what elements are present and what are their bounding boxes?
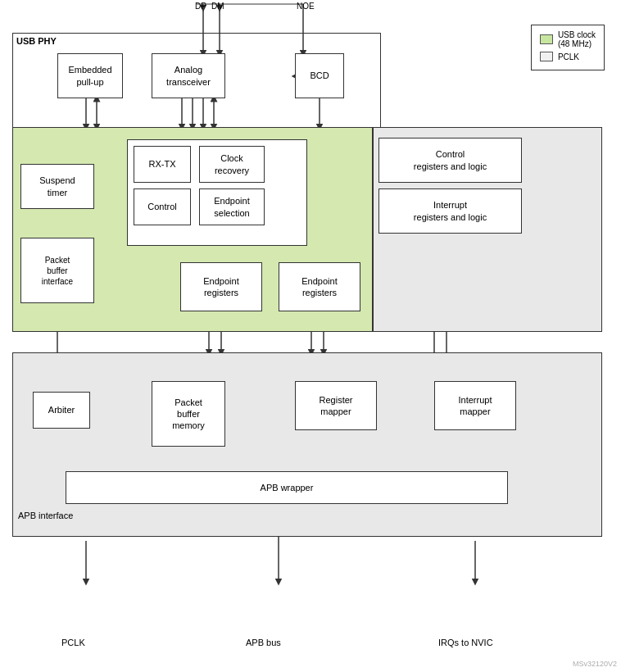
packet-buffer-memory-block: Packet buffer memory: [152, 381, 225, 447]
endpoint-registers-right-block: Endpoint registers: [279, 262, 360, 311]
irqs-bottom-label: IRQs to NVIC: [438, 638, 493, 647]
legend-pclk-label: PCLK: [558, 52, 579, 61]
analog-transceiver-block: Analog transceiver: [152, 53, 225, 98]
apb-interface-area: [12, 352, 602, 537]
dm-signal-label: DM: [211, 2, 224, 11]
legend-pclk-box: [540, 52, 553, 61]
noe-signal-label: NOE: [297, 2, 315, 11]
legend-usb-clock-label: USB clock (48 MHz): [558, 30, 596, 48]
interrupt-registers-block: Interrupt registers and logic: [378, 188, 522, 234]
legend-usb-clock: USB clock (48 MHz): [540, 30, 596, 48]
clock-recovery-block: Clock recovery: [199, 146, 265, 183]
legend: USB clock (48 MHz) PCLK: [531, 25, 605, 70]
control-sie-block: Control: [134, 188, 191, 225]
control-registers-block: Control registers and logic: [378, 138, 522, 183]
interrupt-mapper-block: Interrupt mapper: [434, 381, 516, 430]
dp-signal-label: DP: [195, 2, 206, 11]
bcd-block: BCD: [295, 53, 344, 98]
arbiter-block: Arbiter: [33, 392, 90, 429]
packet-buffer-interface-block: Packet buffer interface: [20, 238, 94, 303]
diagram-container: USB clock (48 MHz) PCLK DP DM NOE USB PH…: [0, 0, 621, 672]
suspend-timer-block: Suspend timer: [20, 164, 94, 209]
legend-pclk: PCLK: [540, 52, 596, 61]
watermark: MSv32120V2: [573, 660, 617, 668]
usb-phy-label: USB PHY: [16, 36, 57, 46]
apb-interface-label: APB interface: [18, 511, 73, 520]
embedded-pullup-block: Embedded pull-up: [57, 53, 123, 98]
endpoint-registers-left-block: Endpoint registers: [180, 262, 262, 311]
endpoint-selection-block: Endpoint selection: [199, 188, 265, 225]
legend-usb-clock-box: [540, 34, 553, 44]
apb-bus-bottom-label: APB bus: [246, 638, 281, 647]
pclk-bottom-label: PCLK: [61, 638, 85, 647]
register-mapper-block: Register mapper: [295, 381, 377, 430]
rxtx-block: RX-TX: [134, 146, 191, 183]
apb-wrapper-block: APB wrapper: [66, 471, 508, 504]
